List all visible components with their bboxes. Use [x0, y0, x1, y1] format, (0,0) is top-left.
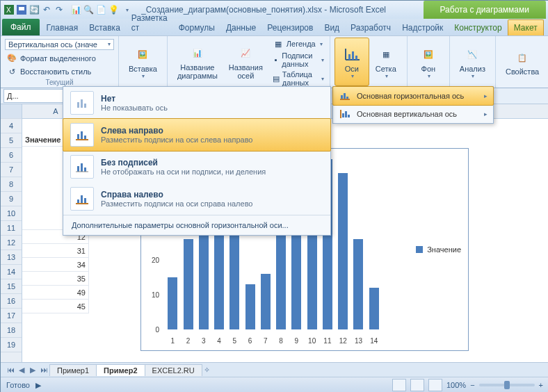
background-button[interactable]: 🖼️Фон▾ — [412, 38, 445, 86]
row-header[interactable]: 14 — [1, 265, 22, 279]
cell[interactable]: 45 — [22, 300, 89, 313]
row-header[interactable]: 8 — [1, 177, 22, 192]
qat-icon4[interactable]: 💡 — [108, 4, 119, 15]
background-icon: 🖼️ — [417, 45, 440, 65]
row-header[interactable]: 9 — [1, 192, 22, 206]
tab-review[interactable]: Рецензиров — [261, 20, 319, 35]
data-table-button[interactable]: ▤Таблица данных▾ — [271, 70, 325, 88]
view-break-button[interactable] — [428, 379, 442, 391]
tab-view[interactable]: Вид — [319, 20, 345, 35]
macro-record-icon[interactable]: ▶ — [35, 381, 41, 390]
chart-legend[interactable]: Значение — [416, 245, 461, 254]
x-tick: 14 — [367, 337, 381, 345]
zoom-out-button[interactable]: − — [470, 381, 474, 389]
row-header[interactable]: 13 — [1, 250, 22, 265]
sheet-nav-last[interactable]: ⏭ — [38, 364, 49, 375]
zoom-in-button[interactable]: + — [539, 381, 543, 389]
row-header[interactable]: 11 — [1, 221, 22, 236]
sheet-nav-prev[interactable]: ◀ — [16, 364, 27, 375]
row-header[interactable]: 10 — [1, 206, 22, 221]
cell[interactable]: 34 — [22, 258, 89, 272]
chart-bar[interactable] — [276, 222, 286, 329]
view-layout-button[interactable] — [410, 379, 424, 391]
tab-data[interactable]: Данные — [220, 20, 261, 35]
cell[interactable]: 35 — [22, 272, 89, 286]
chart-bar[interactable] — [245, 284, 255, 329]
menu-none[interactable]: НетНе показывать ось — [63, 87, 330, 119]
chart-bar[interactable] — [338, 173, 348, 329]
chart-bar[interactable] — [168, 277, 177, 329]
cell[interactable]: 49 — [22, 286, 89, 300]
axis-titles-button[interactable]: 📈Названия осей — [223, 38, 268, 86]
reload-icon[interactable]: 🔄 — [29, 4, 40, 15]
properties-button[interactable]: 📋Свойства — [500, 38, 545, 86]
chart-bar[interactable] — [369, 288, 379, 329]
sheet-nav-next[interactable]: ▶ — [27, 364, 38, 375]
tab-developer[interactable]: Разработч — [345, 20, 396, 35]
x-tick: 10 — [305, 337, 319, 345]
cell[interactable]: 31 — [22, 244, 89, 258]
view-normal-button[interactable] — [392, 379, 406, 391]
row-header[interactable]: 15 — [1, 279, 22, 294]
tab-formulas[interactable]: Формулы — [173, 20, 220, 35]
submenu-v-label: Основная вертикальная ось — [357, 110, 457, 118]
submenu-horizontal-axis[interactable]: Основная горизонтальная ось ▸ — [332, 86, 494, 106]
sheet-nav-first[interactable]: ⏮ — [5, 364, 16, 375]
undo-icon[interactable]: ↶ — [41, 4, 52, 15]
data-labels-button[interactable]: ▪Подписи данных▾ — [271, 51, 325, 69]
row-header[interactable]: 19 — [1, 338, 22, 352]
legend-button[interactable]: ▦Легенда▾ — [271, 38, 325, 50]
menu-more-options[interactable]: Дополнительные параметры основной горизо… — [63, 215, 330, 235]
zoom-thumb[interactable] — [504, 381, 510, 389]
row-header[interactable]: 12 — [1, 236, 22, 250]
selection-combo[interactable]: Вертикальная ось (значе▾ — [5, 39, 114, 50]
qat-icon3[interactable]: 📄 — [95, 4, 106, 15]
sheet-tab[interactable]: EXCEL2.RU — [145, 364, 202, 376]
new-sheet-icon[interactable]: ✧ — [202, 364, 213, 375]
tab-file[interactable]: Файл — [2, 19, 40, 35]
save-icon[interactable] — [16, 4, 27, 15]
menu-nolabels[interactable]: Без подписейНе отображать на оси ни подп… — [63, 151, 330, 183]
menu-ltr-title: Слева направо — [101, 126, 252, 136]
row-header[interactable]: 5 — [1, 133, 22, 148]
excel-window: X 🔄 ↶ ↷ 📊 🔍 📄 💡 ▾ _Создание_диаграмм(осн… — [0, 0, 548, 392]
chevron-right-icon: ▸ — [484, 111, 487, 117]
svg-rect-24 — [77, 166, 79, 172]
zoom-slider[interactable] — [479, 384, 535, 386]
chart-bar[interactable] — [199, 232, 209, 329]
zoom-level[interactable]: 100% — [446, 381, 466, 389]
reset-style-button[interactable]: ↺Восстановить стиль — [5, 65, 92, 78]
tab-addins[interactable]: Надстройк — [396, 20, 449, 35]
row-header[interactable]: 4 — [1, 119, 22, 133]
chart-bar[interactable] — [353, 239, 363, 329]
insert-button[interactable]: 🖼️Вставка▾ — [123, 38, 163, 86]
row-header[interactable]: 18 — [1, 323, 22, 338]
row-header[interactable]: 16 — [1, 294, 22, 309]
qat-icon2[interactable]: 🔍 — [83, 4, 94, 15]
tab-home[interactable]: Главная — [41, 20, 84, 35]
redo-icon[interactable]: ↷ — [54, 4, 65, 15]
menu-ltr[interactable]: Слева направоРазместить подписи на оси с… — [63, 118, 331, 152]
format-selection-button[interactable]: 🎨Формат выделенного — [5, 52, 97, 65]
menu-rtl[interactable]: Справа налевоРазместить подписи на оси с… — [63, 183, 330, 215]
qat-icon[interactable]: 📊 — [70, 4, 81, 15]
chart-bar[interactable] — [184, 239, 193, 329]
tab-layout[interactable]: Разметка ст — [126, 10, 173, 35]
tab-design[interactable]: Конструктор — [449, 20, 507, 35]
chart-title-button[interactable]: 📊Название диаграммы — [172, 38, 223, 86]
row-header[interactable]: 7 — [1, 163, 22, 177]
title-bar: X 🔄 ↶ ↷ 📊 🔍 📄 💡 ▾ _Создание_диаграмм(осн… — [1, 1, 548, 19]
chart-bar[interactable] — [261, 274, 271, 329]
tab-chartlayout[interactable]: Макет — [508, 19, 544, 35]
tab-format[interactable]: Формат — [544, 20, 548, 35]
axes-button[interactable]: Оси▾ — [335, 38, 369, 86]
tab-insert[interactable]: Вставка — [83, 20, 126, 35]
row-header[interactable]: 17 — [1, 309, 22, 323]
x-tick: 4 — [212, 337, 226, 345]
submenu-vertical-axis[interactable]: Основная вертикальная ось ▸ — [333, 105, 493, 123]
sheet-tab[interactable]: Пример1 — [49, 364, 97, 376]
sheet-tab-active[interactable]: Пример2 — [96, 364, 145, 376]
gridlines-button[interactable]: ▦Сетка▾ — [369, 38, 403, 86]
analysis-button[interactable]: 📉Анализ▾ — [454, 38, 491, 86]
row-header[interactable]: 6 — [1, 148, 22, 163]
